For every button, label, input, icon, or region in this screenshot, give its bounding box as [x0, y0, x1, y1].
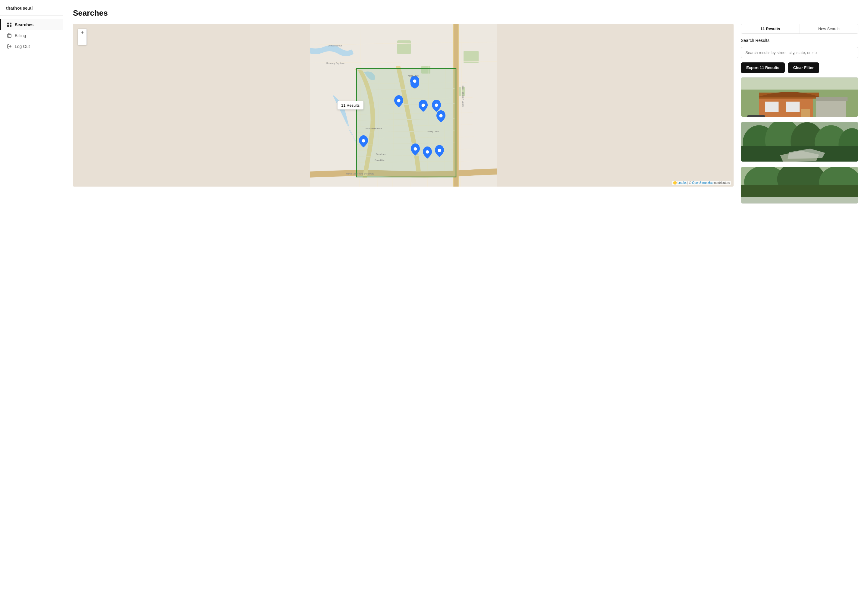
svg-point-43	[422, 104, 425, 107]
results-panel: 11 Results New Search Search Results Exp…	[741, 24, 858, 204]
svg-point-42	[397, 99, 400, 102]
svg-point-41	[413, 80, 416, 83]
svg-rect-8	[10, 37, 10, 37]
svg-point-47	[414, 148, 417, 151]
zoom-in-button[interactable]: +	[78, 29, 87, 37]
svg-rect-7	[9, 37, 9, 37]
sidebar-item-searches[interactable]: Searches	[0, 19, 63, 30]
property-image-1: Google	[741, 77, 858, 117]
zoom-out-button[interactable]: −	[78, 37, 87, 45]
tab-results[interactable]: 11 Results	[741, 24, 800, 34]
svg-text:Runaway Bay Lane: Runaway Bay Lane	[326, 62, 345, 65]
svg-point-44	[435, 104, 438, 107]
svg-rect-6	[10, 35, 10, 36]
leaflet-link[interactable]: Leaflet	[678, 181, 686, 185]
property-list: Google 1300 N Kerr Ave, Wilmington, NC 2…	[741, 77, 858, 204]
search-input[interactable]	[741, 47, 858, 58]
property-card-2[interactable]: Google 228 Ashford Ave, Wilmington, NC 2…	[741, 122, 858, 162]
building-icon	[7, 33, 12, 38]
grid-icon	[7, 22, 12, 27]
svg-point-49	[438, 149, 441, 152]
content-area: Searches	[63, 0, 868, 592]
app-logo: thathouse.ai	[0, 0, 63, 16]
property-card-1[interactable]: Google 1300 N Kerr Ave, Wilmington, NC 2…	[741, 77, 858, 117]
svg-rect-10	[397, 40, 411, 54]
sidebar-item-searches-label: Searches	[15, 22, 34, 27]
map-results-tooltip: 11 Results	[337, 101, 363, 110]
page-title: Searches	[73, 9, 858, 18]
action-buttons: Export 11 Results Clear Filter	[741, 62, 858, 73]
property-card-3[interactable]	[741, 167, 858, 204]
tab-new-search[interactable]: New Search	[800, 24, 858, 34]
map-zoom-controls: + −	[78, 29, 87, 45]
svg-rect-69	[747, 115, 765, 117]
svg-rect-5	[9, 35, 9, 36]
svg-text:Terry Lane: Terry Lane	[376, 153, 386, 155]
svg-rect-12	[464, 51, 478, 63]
svg-rect-65	[786, 102, 800, 112]
svg-rect-68	[816, 97, 847, 101]
svg-rect-4	[7, 34, 11, 37]
svg-rect-39	[357, 68, 456, 177]
svg-text:Dean Drive: Dean Drive	[375, 159, 385, 161]
results-tabs: 11 Results New Search	[741, 24, 858, 34]
property-image-3	[741, 167, 858, 204]
map-attribution: 🟡 Leaflet | © OpenStreetMap contributors	[672, 181, 731, 185]
svg-text:North College Road: North College Road	[461, 86, 464, 107]
map-container[interactable]: North College Road Martin Luther King Jr…	[73, 24, 734, 187]
map-results-row: North College Road Martin Luther King Jr…	[73, 24, 858, 204]
sidebar-item-logout[interactable]: Log Out	[0, 41, 63, 52]
sidebar-nav: Searches Billing	[0, 16, 63, 592]
map-svg: North College Road Martin Luther King Jr…	[73, 24, 734, 187]
svg-rect-2	[7, 25, 9, 27]
svg-text:Martin Luther King Jr Parkway: Martin Luther King Jr Parkway	[346, 173, 374, 175]
osm-link[interactable]: OpenStreetMap	[692, 181, 713, 185]
svg-point-45	[440, 114, 443, 118]
svg-rect-66	[801, 109, 810, 117]
svg-point-46	[362, 139, 365, 143]
svg-text:Manchester Drive: Manchester Drive	[366, 127, 382, 130]
search-results-label: Search Results	[741, 38, 858, 43]
svg-rect-67	[816, 100, 846, 117]
logout-icon	[7, 44, 12, 49]
svg-rect-1	[10, 23, 12, 24]
svg-text:Shelly Drive: Shelly Drive	[427, 130, 438, 133]
svg-text:Dellwood Drive: Dellwood Drive	[328, 44, 342, 47]
svg-rect-3	[10, 25, 12, 27]
svg-text:Kings Drive: Kings Drive	[408, 75, 419, 77]
clear-filter-button[interactable]: Clear Filter	[788, 62, 819, 73]
svg-rect-84	[741, 185, 858, 197]
property-image-2: Google	[741, 122, 858, 162]
sidebar-item-billing-label: Billing	[15, 33, 26, 38]
sidebar-item-logout-label: Log Out	[15, 44, 30, 49]
sidebar-item-billing[interactable]: Billing	[0, 30, 63, 41]
attribution-suffix: contributors	[713, 181, 730, 185]
svg-rect-0	[7, 23, 9, 24]
svg-rect-64	[765, 102, 779, 112]
sidebar: thathouse.ai Searches	[0, 0, 63, 592]
export-button[interactable]: Export 11 Results	[741, 62, 785, 73]
svg-point-48	[426, 151, 429, 154]
main-content: Searches	[63, 0, 868, 592]
